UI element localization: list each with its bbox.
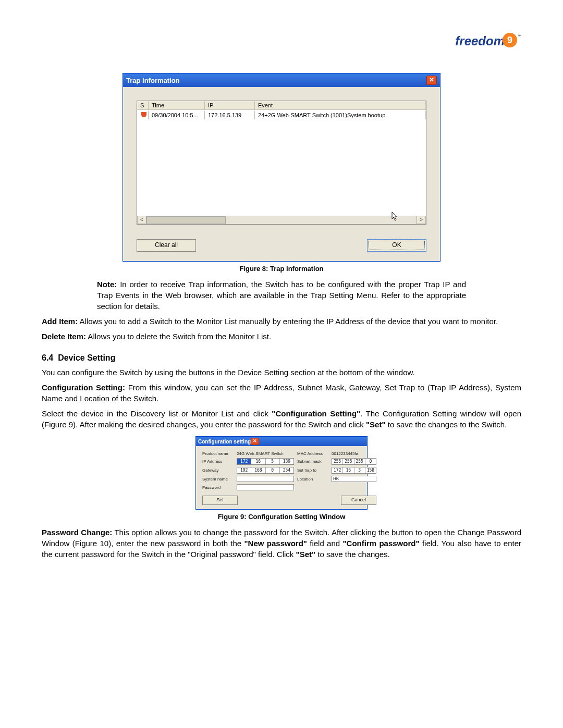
col-header-time[interactable]: Time — [149, 101, 205, 109]
cancel-button[interactable]: Cancel — [341, 496, 376, 505]
severity-icon — [137, 111, 149, 119]
close-icon[interactable]: ✕ — [426, 76, 437, 85]
horizontal-scrollbar[interactable]: < > — [137, 216, 426, 224]
note-text: In order to receive Trap information, th… — [97, 280, 466, 311]
figure-9-caption: Figure 9: Configuration Setting Window — [42, 513, 521, 521]
window-titlebar: Configuration setting ✕ — [196, 437, 367, 446]
password-change-paragraph: Password Change: This option allows you … — [42, 527, 521, 560]
delete-item-text: Allows you to delete the Switch from the… — [86, 332, 271, 341]
window-title: Trap information — [126, 77, 180, 84]
scroll-left-icon[interactable]: < — [137, 216, 146, 224]
col-header-ip[interactable]: IP — [205, 101, 255, 109]
label-gateway: Gateway — [202, 468, 234, 473]
add-item-text: Allows you to add a Switch to the Monito… — [78, 317, 498, 326]
trap-information-window: Trap information ✕ S Time IP Event 09/30… — [123, 73, 440, 262]
config-setting-instructions: Select the device in the Discovery list … — [42, 408, 521, 430]
note-label: Note: — [97, 280, 117, 289]
label-ip-address: IP Address — [202, 459, 234, 464]
col-header-s[interactable]: S — [137, 101, 149, 109]
label-password: Password — [202, 485, 234, 490]
configuration-setting-window: Configuration setting ✕ Product name 24G… — [195, 436, 368, 510]
add-item-label: Add Item: — [42, 317, 78, 326]
scroll-thumb[interactable] — [146, 216, 226, 224]
label-system-name: System name — [202, 477, 234, 482]
add-item-paragraph: Add Item: Allows you to add a Switch to … — [42, 316, 521, 327]
section-heading: 6.4 Device Setting — [42, 353, 521, 363]
config-setting-label: Configuration Setting: — [42, 383, 125, 392]
gateway-input[interactable]: 1921680254 — [237, 467, 294, 474]
logo-nine-icon: 9 — [503, 33, 517, 47]
cell-time: 09/30/2004 10:5... — [149, 111, 205, 119]
device-setting-intro: You can configure the Switch by using th… — [42, 367, 521, 378]
label-set-trap-to: Set trap to — [297, 468, 328, 473]
table-row[interactable]: 09/30/2004 10:5... 172.16.5.139 24+2G We… — [137, 110, 426, 119]
label-product-name: Product name — [202, 451, 234, 456]
figure-8-caption: Figure 8: Trap Information — [42, 265, 521, 273]
logo-text: freedom — [455, 34, 505, 48]
value-mac-address: 0012233445fa — [332, 451, 376, 456]
password-input[interactable] — [237, 484, 294, 490]
clear-all-button[interactable]: Clear all — [137, 239, 196, 252]
delete-item-paragraph: Delete Item: Allows you to delete the Sw… — [42, 331, 521, 342]
label-subnet-mask: Subnet mask — [297, 459, 328, 464]
cell-ip: 172.16.5.139 — [205, 111, 255, 119]
password-change-label: Password Change: — [42, 528, 112, 537]
brand-logo: freedom9™ — [438, 34, 521, 51]
label-location: Location — [297, 477, 328, 482]
note-paragraph: Note: In order to receive Trap informati… — [97, 279, 466, 312]
window-title: Configuration setting — [198, 439, 251, 445]
list-header-row: S Time IP Event — [137, 101, 426, 110]
section-number: 6.4 — [42, 353, 53, 362]
close-icon[interactable]: ✕ — [251, 438, 259, 445]
subnet-mask-input[interactable]: 2552552550 — [332, 458, 376, 465]
cell-event: 24+2G Web-SMART Switch (1001)System boot… — [255, 111, 426, 119]
scroll-right-icon[interactable]: > — [417, 216, 426, 224]
set-button[interactable]: Set — [202, 496, 238, 505]
set-trap-to-input[interactable]: 172163158 — [332, 467, 376, 474]
section-title: Device Setting — [58, 353, 115, 362]
config-setting-paragraph: Configuration Setting: From this window,… — [42, 382, 521, 404]
logo-tm: ™ — [517, 34, 521, 39]
trap-list: S Time IP Event 09/30/2004 10:5... 172.1… — [137, 101, 426, 225]
delete-item-label: Delete Item: — [42, 332, 86, 341]
value-product-name: 24G Web-SMART Switch — [237, 451, 294, 456]
window-titlebar: Trap information ✕ — [123, 73, 440, 87]
location-input[interactable]: HK — [332, 476, 376, 482]
ok-button[interactable]: OK — [367, 239, 426, 252]
system-name-input[interactable] — [237, 476, 294, 482]
col-header-event[interactable]: Event — [255, 101, 426, 109]
ip-address-input[interactable]: 172165139 — [237, 458, 294, 465]
label-mac-address: MAC Address — [297, 451, 328, 456]
